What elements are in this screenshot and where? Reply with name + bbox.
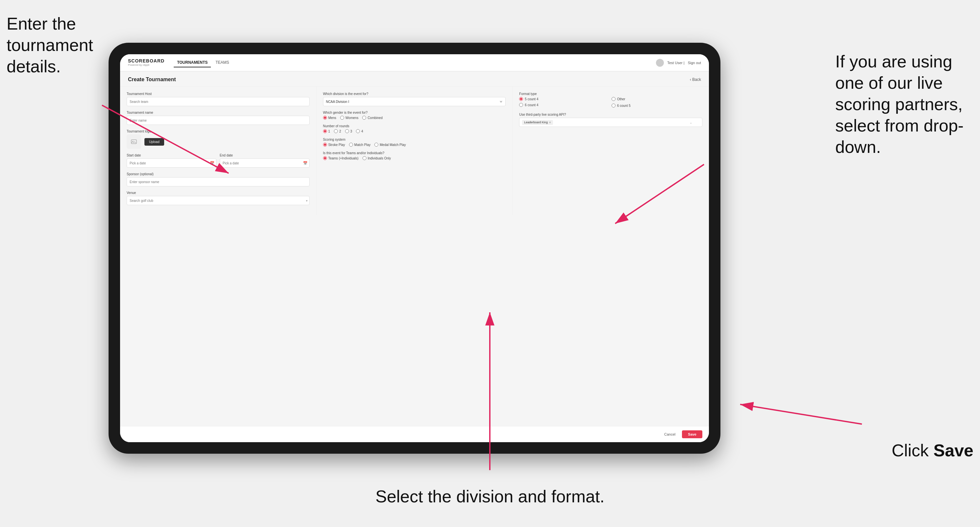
format-5count4-label: 5 count 4 [525, 97, 538, 101]
api-dropdown[interactable]: Leaderboard King × ⌄ [519, 118, 702, 127]
user-label: Test User | [667, 61, 684, 65]
nav-link-tournaments[interactable]: TOURNAMENTS [174, 58, 211, 67]
rounds-4[interactable]: 4 [356, 129, 363, 133]
gender-mens[interactable]: Mens [323, 116, 336, 120]
rounds-4-radio[interactable] [356, 129, 360, 133]
format-other-radio[interactable] [612, 97, 616, 101]
teams-plus-individuals[interactable]: Teams (+Individuals) [323, 156, 359, 160]
form-container: Tournament Host Tournament name Tourname… [120, 87, 709, 426]
gender-womens[interactable]: Womens [340, 116, 358, 120]
tablet-device: SCOREBOARD Powered by clippit TOURNAMENT… [108, 43, 721, 454]
save-button[interactable]: Save [682, 430, 702, 438]
tablet-screen: SCOREBOARD Powered by clippit TOURNAMENT… [120, 54, 709, 442]
scoring-match-radio[interactable] [349, 143, 353, 147]
annotation-bottom-right: Click Save [891, 440, 974, 461]
cancel-button[interactable]: Cancel [661, 430, 679, 438]
venue-input[interactable] [127, 196, 310, 205]
format-5count4-radio[interactable] [519, 97, 523, 101]
rounds-3-radio[interactable] [345, 129, 349, 133]
tournament-name-input[interactable] [127, 116, 310, 125]
rounds-3[interactable]: 3 [345, 129, 352, 133]
svg-line-6 [740, 404, 862, 424]
venue-label: Venue [127, 191, 310, 195]
individuals-only-radio[interactable] [363, 156, 366, 160]
logo-upload-area: Upload [127, 135, 310, 149]
rounds-1-label: 1 [328, 130, 330, 133]
sign-out-link[interactable]: Sign out [688, 61, 701, 65]
gender-mens-radio[interactable] [323, 116, 327, 120]
user-avatar [656, 59, 664, 67]
scoring-stroke[interactable]: Stroke Play [323, 143, 345, 147]
dates-group: Start date 📅 End date 📅 [127, 154, 310, 168]
annotation-bottom-center: Select the division and format. [375, 486, 605, 507]
format-type-group: Format type 5 count 4 Other [519, 92, 702, 108]
annotation-top-left-text: Enter the tournament details. [6, 14, 93, 76]
scoring-stroke-radio[interactable] [323, 143, 327, 147]
api-tag-close-icon[interactable]: × [549, 121, 551, 124]
sponsor-group: Sponsor (optional) [127, 172, 310, 186]
tournament-name-label: Tournament name [127, 111, 310, 114]
format-6count4[interactable]: 6 count 4 [519, 102, 610, 108]
scoring-medal-match-radio[interactable] [374, 143, 378, 147]
format-6count4-radio[interactable] [519, 103, 523, 107]
rounds-1[interactable]: 1 [323, 129, 330, 133]
format-6count5-radio[interactable] [612, 103, 616, 108]
api-group: Use third-party live scoring API? Leader… [519, 113, 702, 127]
format-other[interactable]: Other [612, 97, 702, 101]
rounds-3-label: 3 [350, 130, 352, 133]
gender-radio-group: Mens Womens Combined [323, 116, 506, 120]
end-date-input[interactable] [220, 159, 310, 168]
scoring-radio-group: Stroke Play Match Play Medal Match Play [323, 143, 506, 147]
annotation-bottom-center-text: Select the division and format. [375, 487, 605, 506]
tournament-host-input[interactable] [127, 97, 310, 106]
api-label: Use third-party live scoring API? [519, 113, 702, 116]
gender-womens-radio[interactable] [340, 116, 344, 120]
back-button[interactable]: ‹ Back [690, 77, 701, 82]
teams-plus-radio[interactable] [323, 156, 327, 160]
end-date-calendar-icon: 📅 [303, 161, 308, 165]
individuals-only-label: Individuals Only [368, 157, 391, 160]
form-col-1: Tournament Host Tournament name Tourname… [120, 87, 317, 215]
venue-select-wrap: ▾ [127, 196, 310, 205]
gender-combined-radio[interactable] [362, 116, 366, 120]
format-6count5[interactable]: 6 count 5 [612, 102, 702, 108]
rounds-group: Number of rounds 1 2 [323, 124, 506, 133]
sponsor-label: Sponsor (optional) [127, 172, 310, 176]
scoring-group: Scoring system Stroke Play Match Play [323, 138, 506, 147]
format-type-label: Format type [519, 92, 702, 96]
format-6count5-label: 6 count 5 [617, 104, 631, 108]
logo-placeholder-icon [127, 135, 141, 149]
form-col-3: Format type 5 count 4 Other [512, 87, 709, 215]
tournament-logo-group: Tournament logo Upload [127, 130, 310, 149]
teams-label: Is this event for Teams and/or Individua… [323, 151, 506, 155]
nav-link-teams[interactable]: TEAMS [212, 58, 232, 67]
navbar: SCOREBOARD Powered by clippit TOURNAMENT… [120, 54, 709, 71]
division-label: Which division is the event for? [323, 92, 506, 96]
scoring-medal-match[interactable]: Medal Match Play [374, 143, 406, 147]
upload-button[interactable]: Upload [145, 138, 164, 146]
tournament-host-group: Tournament Host [127, 92, 310, 106]
start-date-input[interactable] [127, 159, 216, 168]
rounds-2[interactable]: 2 [334, 129, 341, 133]
scoring-stroke-label: Stroke Play [328, 143, 345, 147]
navbar-right: Test User | Sign out [656, 59, 701, 67]
rounds-label: Number of rounds [323, 124, 506, 128]
rounds-2-label: 2 [339, 130, 341, 133]
individuals-only[interactable]: Individuals Only [363, 156, 391, 160]
gender-combined[interactable]: Combined [362, 116, 383, 120]
gender-label: Which gender is the event for? [323, 111, 506, 114]
format-type-grid: 5 count 4 Other 6 count 4 [519, 97, 702, 108]
sponsor-input[interactable] [127, 177, 310, 186]
rounds-2-radio[interactable] [334, 129, 338, 133]
format-5count4[interactable]: 5 count 4 [519, 97, 610, 101]
rounds-1-radio[interactable] [323, 129, 327, 133]
end-date-group: End date 📅 [220, 154, 310, 168]
scoring-medal-match-label: Medal Match Play [380, 143, 406, 147]
annotation-top-right: If you are using one of our live scoring… [835, 51, 974, 158]
division-select[interactable]: NCAA Division I [323, 97, 506, 106]
page-title: Create Tournament [128, 76, 176, 83]
nav-links: TOURNAMENTS TEAMS [174, 58, 232, 67]
start-date-group: Start date 📅 [127, 154, 216, 168]
scoring-match[interactable]: Match Play [349, 143, 371, 147]
annotation-bottom-right-prefix: Click [891, 441, 933, 460]
